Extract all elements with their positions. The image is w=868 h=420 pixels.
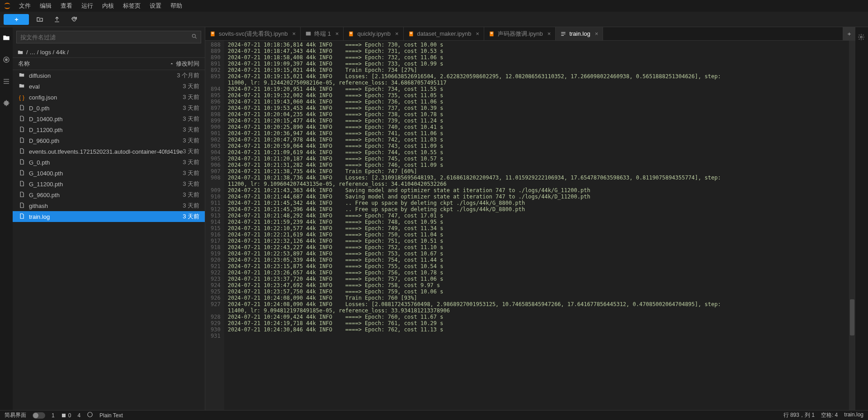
- status-count-1[interactable]: 1: [52, 412, 55, 419]
- extensions-icon[interactable]: [2, 99, 11, 108]
- file-item[interactable]: D_11200.pth3 天前: [13, 124, 205, 135]
- file-list-header[interactable]: 名称 修改时间: [13, 57, 205, 70]
- menu-帮助[interactable]: 帮助: [166, 0, 187, 12]
- terminal-status-icon[interactable]: [87, 411, 93, 419]
- status-count-3[interactable]: 4: [77, 412, 80, 419]
- close-icon[interactable]: ×: [476, 30, 479, 37]
- file-item[interactable]: train.log3 天前: [13, 211, 205, 222]
- menu-文件[interactable]: 文件: [14, 0, 35, 12]
- refresh-icon[interactable]: [68, 13, 80, 26]
- file-item[interactable]: eval3 天前: [13, 81, 205, 92]
- cursor-position[interactable]: 行 893，列 1: [783, 411, 815, 419]
- file-name: D_11200.pth: [29, 127, 62, 133]
- svg-point-1: [5, 59, 8, 61]
- file-item[interactable]: G_0.pth3 天前: [13, 157, 205, 168]
- file-name: D_10400.pth: [29, 116, 62, 123]
- file-item[interactable]: D_0.pth3 天前: [13, 103, 205, 113]
- menu-查看[interactable]: 查看: [56, 0, 77, 12]
- tab[interactable]: dataset_maker.ipynb×: [404, 27, 485, 40]
- file-modified: 3 天前: [183, 180, 199, 188]
- toc-icon[interactable]: [2, 77, 11, 86]
- svg-rect-5: [212, 33, 214, 33]
- close-icon[interactable]: ×: [395, 30, 399, 37]
- tab-label: sovits-svc(请先看我).ipynb: [219, 30, 288, 38]
- editor-area: sovits-svc(请先看我).ipynb×终端 1×quickly.ipyn…: [205, 27, 855, 410]
- file-item[interactable]: { }config.json3 天前: [13, 92, 205, 103]
- tab[interactable]: 终端 1×: [301, 27, 344, 40]
- file-modified: 3 天前: [183, 137, 199, 145]
- menu-运行[interactable]: 运行: [77, 0, 98, 12]
- scrollbar-thumb[interactable]: [850, 299, 854, 335]
- svg-point-16: [860, 36, 862, 38]
- file-type-icon: [18, 126, 25, 134]
- indentation[interactable]: 空格: 4: [821, 411, 838, 419]
- file-type-icon: [18, 202, 25, 210]
- scrollbar[interactable]: [849, 41, 855, 410]
- file-modified: 3 天前: [183, 202, 199, 210]
- file-item[interactable]: G_11200.pth3 天前: [13, 179, 205, 189]
- file-item[interactable]: D_9600.pth3 天前: [13, 135, 205, 146]
- file-type-icon: [18, 159, 25, 166]
- menubar: 文件编辑查看运行内核标签页设置帮助: [0, 0, 868, 12]
- gear-icon[interactable]: [858, 33, 866, 42]
- new-launcher-button[interactable]: ＋: [4, 14, 29, 25]
- file-type-icon: [18, 137, 25, 145]
- menu-内核[interactable]: 内核: [98, 0, 118, 12]
- menu-编辑[interactable]: 编辑: [35, 0, 56, 12]
- tab[interactable]: 声码器微调.ipynb×: [484, 27, 556, 40]
- filename-status[interactable]: train.log: [844, 411, 863, 419]
- file-item[interactable]: events.out.tfevents.1721520231.autodl-co…: [13, 146, 205, 157]
- tab-icon: [305, 31, 311, 37]
- tab[interactable]: train.log×: [556, 27, 603, 40]
- file-type-icon: [18, 191, 25, 199]
- line-gutter: 8888898908918928938948958968978988999009…: [205, 41, 224, 410]
- tab-icon: [210, 31, 216, 37]
- file-name: D_0.pth: [29, 105, 50, 112]
- tab-label: 终端 1: [314, 30, 331, 38]
- breadcrumb[interactable]: / … / logs / 44k /: [13, 47, 205, 57]
- file-item[interactable]: githash3 天前: [13, 200, 205, 211]
- file-list: diffusion3 个月前eval3 天前{ }config.json3 天前…: [13, 70, 205, 410]
- file-name: D_9600.pth: [29, 137, 59, 144]
- file-name: githash: [29, 203, 48, 209]
- language-mode[interactable]: Plain Text: [99, 412, 123, 419]
- close-icon[interactable]: ×: [547, 30, 551, 37]
- file-item[interactable]: G_9600.pth3 天前: [13, 189, 205, 200]
- log-text[interactable]: 2024-07-21 10:18:36,814 44k INFO ====> E…: [224, 41, 849, 410]
- search-icon: [191, 33, 198, 41]
- file-type-icon: [18, 148, 25, 156]
- svg-rect-12: [410, 33, 412, 33]
- tab-label: 声码器微调.ipynb: [498, 30, 543, 38]
- upload-icon[interactable]: [51, 13, 63, 26]
- close-icon[interactable]: ×: [595, 30, 599, 37]
- file-type-icon: [18, 115, 25, 123]
- close-icon[interactable]: ×: [335, 30, 339, 37]
- new-tab-button[interactable]: ＋: [843, 27, 855, 40]
- col-name: 名称: [18, 60, 30, 68]
- menu-设置[interactable]: 设置: [145, 0, 166, 12]
- editor-content[interactable]: 8888898908918928938948958968978988999009…: [205, 41, 855, 410]
- file-name: diffusion: [29, 72, 51, 79]
- file-item[interactable]: D_10400.pth3 天前: [13, 113, 205, 124]
- file-type-icon: [18, 104, 25, 112]
- kernel-status-icon[interactable]: 0: [61, 412, 71, 419]
- svg-rect-15: [491, 33, 493, 33]
- running-icon[interactable]: [2, 55, 11, 64]
- simple-mode-toggle[interactable]: [33, 412, 45, 419]
- filter-input[interactable]: [16, 31, 201, 43]
- menu-标签页[interactable]: 标签页: [118, 0, 145, 12]
- file-type-icon: { }: [18, 94, 25, 101]
- toolbar: ＋: [0, 12, 868, 27]
- tab[interactable]: sovits-svc(请先看我).ipynb×: [205, 27, 301, 40]
- file-type-icon: [18, 170, 25, 177]
- file-item[interactable]: G_10400.pth3 天前: [13, 168, 205, 179]
- close-icon[interactable]: ×: [292, 30, 296, 37]
- file-modified: 3 天前: [183, 169, 199, 177]
- tab-icon: [348, 31, 354, 37]
- new-folder-icon[interactable]: [33, 13, 46, 26]
- tab[interactable]: quickly.ipynb×: [344, 27, 403, 40]
- tab-icon: [560, 31, 566, 37]
- file-item[interactable]: diffusion3 个月前: [13, 70, 205, 81]
- folder-icon[interactable]: [2, 33, 11, 42]
- sort-up-icon: [170, 61, 174, 66]
